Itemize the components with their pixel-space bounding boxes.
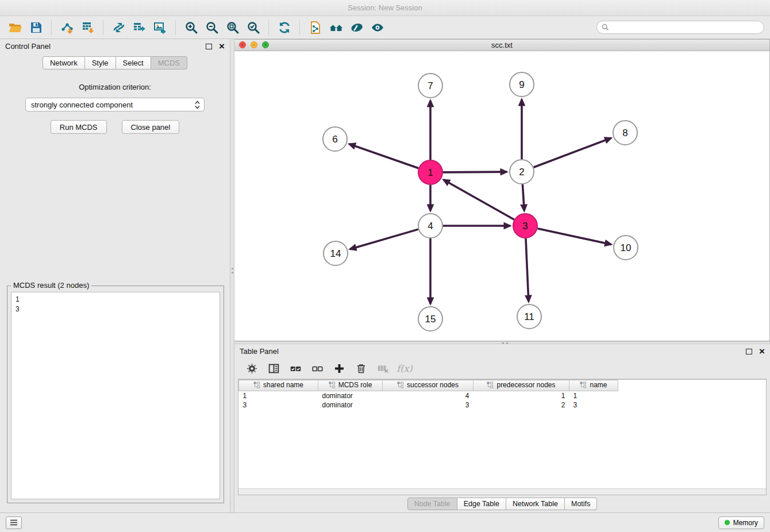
column-header-name[interactable]: name <box>569 380 618 391</box>
apply-style-button[interactable] <box>347 19 366 36</box>
save-session-button[interactable] <box>26 19 45 36</box>
table-cell[interactable]: 3 <box>569 400 618 410</box>
graph-node-2[interactable]: 2 <box>510 160 534 184</box>
table-cell[interactable]: 3 <box>239 400 318 410</box>
column-label: MCDS role <box>338 381 372 389</box>
graph-edge-2-3[interactable] <box>522 184 524 211</box>
export-image-button[interactable] <box>151 19 170 36</box>
control-panel: Control Panel × NetworkStyleSelectMCDS O… <box>0 39 230 512</box>
table-row[interactable]: 1dominator411 <box>239 391 618 400</box>
mcds-result-text: 1 3 <box>11 292 220 499</box>
column-header-successor-nodes[interactable]: successor nodes <box>383 380 473 391</box>
function-button[interactable]: f(x) <box>395 361 414 377</box>
zoom-selected-button[interactable] <box>244 19 263 36</box>
graph-node-10[interactable]: 10 <box>614 236 638 260</box>
add-row-button[interactable] <box>330 361 348 377</box>
search-input[interactable] <box>612 24 759 32</box>
graph-edge-3-1[interactable] <box>444 180 514 219</box>
tab-select[interactable]: Select <box>116 56 151 70</box>
column-header-mcds-role[interactable]: MCDS role <box>318 380 383 391</box>
zoom-selected-icon <box>247 21 260 34</box>
graph-node-1[interactable]: 1 <box>418 160 442 184</box>
tab-style[interactable]: Style <box>85 56 116 70</box>
graph-node-label: 11 <box>524 311 534 322</box>
gear-button[interactable] <box>242 361 261 377</box>
graph-edge-3-10[interactable] <box>537 229 611 245</box>
select-all-button[interactable] <box>286 361 305 377</box>
table-cell[interactable]: 1 <box>473 391 569 400</box>
open-file-button[interactable] <box>6 19 25 36</box>
table-tab-motifs[interactable]: Motifs <box>565 498 597 510</box>
graph-node-3[interactable]: 3 <box>513 214 537 238</box>
zoom-fit-button[interactable] <box>223 19 242 36</box>
delete-row-button[interactable] <box>352 361 370 377</box>
home-button[interactable] <box>326 19 345 36</box>
graph-edge-1-6[interactable] <box>349 144 419 168</box>
column-selector-button[interactable] <box>264 361 283 377</box>
column-header-predecessor-nodes[interactable]: predecessor nodes <box>473 380 569 391</box>
table-tab-node-table[interactable]: Node Table <box>407 498 457 510</box>
search-box[interactable] <box>596 21 764 34</box>
table-cell[interactable]: dominator <box>318 400 383 410</box>
network-graph[interactable]: 7968124314101511 <box>234 51 769 341</box>
float-panel-icon[interactable] <box>206 44 212 49</box>
close-panel-button[interactable]: Close panel <box>122 120 180 134</box>
export-table-button[interactable] <box>130 19 149 36</box>
column-header-shared-name[interactable]: shared name <box>239 380 318 391</box>
maximize-window-icon[interactable]: + <box>262 41 269 48</box>
splitter-grip-icon <box>232 268 233 269</box>
mcds-result-title: MCDS result (2 nodes) <box>11 281 91 290</box>
graph-edge-3-11[interactable] <box>526 238 529 302</box>
graph-edge-4-14[interactable] <box>350 229 418 249</box>
graph-node-9[interactable]: 9 <box>510 72 534 97</box>
table-cell[interactable]: 3 <box>383 400 473 410</box>
zoom-in-button[interactable] <box>182 19 201 36</box>
table-cell[interactable]: 2 <box>473 400 569 410</box>
network-canvas[interactable]: 7968124314101511 <box>234 51 769 341</box>
panel-menu-button[interactable] <box>6 516 22 529</box>
table-cell[interactable]: 1 <box>239 391 318 400</box>
memory-button[interactable]: Memory <box>718 516 764 529</box>
table-cell[interactable]: 4 <box>383 391 473 400</box>
zoom-out-button[interactable] <box>202 19 221 36</box>
table-cell[interactable]: dominator <box>318 391 383 400</box>
mcds-result-box: MCDS result (2 nodes) 1 3 <box>7 286 224 503</box>
minimize-window-icon[interactable]: − <box>251 41 257 48</box>
graph-node-label: 4 <box>428 221 433 232</box>
graph-node-8[interactable]: 8 <box>613 121 637 145</box>
close-panel-icon[interactable]: × <box>219 41 225 51</box>
network-window-title: scc.txt <box>234 41 769 49</box>
deselect-all-button[interactable] <box>308 361 326 377</box>
graph-node-6[interactable]: 6 <box>323 127 347 151</box>
import-table-button[interactable] <box>78 19 97 36</box>
graph-node-14[interactable]: 14 <box>324 241 348 265</box>
graph-node-7[interactable]: 7 <box>418 74 442 98</box>
horizontal-splitter[interactable] <box>234 341 770 344</box>
export-network-button[interactable] <box>109 19 128 36</box>
close-window-icon[interactable]: × <box>239 41 246 48</box>
table-tab-network-table[interactable]: Network Table <box>506 498 565 510</box>
graph-edge-1-2[interactable] <box>443 172 507 172</box>
tab-mcds[interactable]: MCDS <box>151 56 187 70</box>
graph-edge-2-8[interactable] <box>534 138 611 167</box>
run-mcds-button[interactable]: Run MCDS <box>51 120 107 134</box>
show-hide-button[interactable] <box>368 19 387 36</box>
table-horizontal-scrollbar[interactable] <box>238 488 766 495</box>
refresh-button[interactable] <box>275 19 294 36</box>
graph-node-11[interactable]: 11 <box>517 304 541 329</box>
delete-column-button[interactable] <box>374 361 392 377</box>
graph-node-4[interactable]: 4 <box>418 214 442 238</box>
close-panel-icon[interactable]: × <box>759 346 765 356</box>
table-cell[interactable]: 1 <box>569 391 618 400</box>
vertical-splitter[interactable] <box>230 39 234 512</box>
network-window: × − + scc.txt 7968124314101511 <box>234 39 770 341</box>
tab-network[interactable]: Network <box>43 56 85 70</box>
first-neighbors-button[interactable] <box>306 19 325 36</box>
criterion-dropdown[interactable]: strongly connected component <box>25 98 205 111</box>
graph-node-15[interactable]: 15 <box>418 307 442 331</box>
apply-style-icon <box>350 21 364 34</box>
table-tab-edge-table[interactable]: Edge Table <box>457 498 506 510</box>
float-panel-icon[interactable] <box>746 349 752 354</box>
import-network-button[interactable] <box>57 19 76 36</box>
table-row[interactable]: 3dominator323 <box>239 400 618 410</box>
